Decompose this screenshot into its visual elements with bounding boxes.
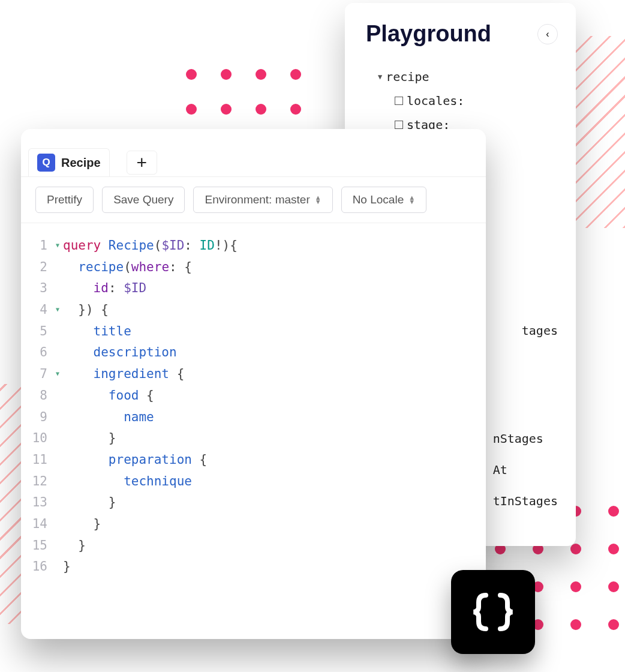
line-number: 4▼ (21, 299, 53, 321)
schema-tree: ▼ recipe locales: stage: (378, 65, 555, 137)
environment-selector[interactable]: Environment: master ▲▼ (193, 187, 332, 213)
code-line[interactable]: 15 } (21, 535, 486, 557)
button-label: Environment: master (205, 193, 310, 206)
code-line[interactable]: 5 title (21, 321, 486, 343)
code-content: preparation { (53, 449, 207, 471)
tree-arg-locales[interactable]: locales: (395, 89, 555, 113)
braces-icon (469, 588, 517, 636)
query-editor-panel: Q Recipe + Prettify Save Query Environme… (21, 129, 486, 639)
code-line[interactable]: 1▼query Recipe($ID: ID!){ (21, 235, 486, 257)
code-line[interactable]: 7▼ ingredient { (21, 364, 486, 385)
line-number: 6 (21, 342, 53, 364)
collapse-button[interactable]: ‹ (537, 24, 558, 44)
code-content: ingredient { (53, 364, 184, 385)
tree-arg-label: locales: (407, 89, 464, 113)
code-content: } (53, 556, 71, 578)
sort-arrows-icon: ▲▼ (408, 196, 415, 203)
line-number: 16 (21, 556, 53, 578)
line-number: 3 (21, 278, 53, 299)
code-line[interactable]: 14 } (21, 514, 486, 535)
line-number: 11 (21, 449, 53, 471)
fold-triangle-icon[interactable]: ▼ (56, 240, 59, 250)
code-line[interactable]: 11 preparation { (21, 449, 486, 471)
button-label: Save Query (113, 193, 173, 206)
line-number: 1▼ (21, 235, 53, 257)
code-line[interactable]: 6 description (21, 342, 486, 364)
chevron-left-icon: ‹ (546, 29, 549, 40)
editor-toolbar: Prettify Save Query Environment: master … (21, 176, 486, 223)
dots-decoration (186, 69, 301, 115)
fold-triangle-icon[interactable]: ▼ (56, 368, 59, 379)
plus-icon: + (137, 152, 148, 172)
partial-field-list: nStages At tInStages (493, 423, 558, 517)
code-content: food { (53, 385, 154, 407)
tab-label: Recipe (61, 156, 101, 170)
partial-field: tages (522, 315, 558, 346)
code-line[interactable]: 4▼ }) { (21, 299, 486, 321)
tree-node-recipe[interactable]: ▼ recipe (378, 65, 555, 89)
line-number: 7▼ (21, 364, 53, 385)
line-number: 2 (21, 257, 53, 278)
code-content: } (53, 428, 116, 449)
line-number: 5 (21, 321, 53, 343)
line-number: 14 (21, 514, 53, 535)
partial-field: nStages (493, 423, 558, 454)
code-line[interactable]: 10 } (21, 428, 486, 449)
line-number: 12 (21, 471, 53, 493)
partial-field: At (493, 454, 558, 485)
code-content: name (53, 407, 154, 428)
partial-field-list: tages (522, 315, 558, 346)
triangle-down-icon: ▼ (378, 70, 382, 84)
tab-bar: Q Recipe + (21, 129, 486, 176)
locale-selector[interactable]: No Locale ▲▼ (341, 187, 426, 213)
code-line[interactable]: 12 technique (21, 471, 486, 493)
code-line[interactable]: 3 id: $ID (21, 278, 486, 299)
code-line[interactable]: 9 name (21, 407, 486, 428)
fold-triangle-icon[interactable]: ▼ (56, 304, 59, 314)
prettify-button[interactable]: Prettify (35, 187, 94, 213)
code-content: recipe(where: { (53, 257, 192, 278)
code-line[interactable]: 16} (21, 556, 486, 578)
add-tab-button[interactable]: + (127, 151, 158, 175)
code-content: technique (53, 471, 192, 493)
checkbox-icon (395, 97, 403, 105)
tab-recipe[interactable]: Q Recipe (28, 148, 110, 176)
line-number: 10 (21, 428, 53, 449)
checkbox-icon (395, 121, 403, 129)
sort-arrows-icon: ▲▼ (315, 196, 321, 203)
line-number: 9 (21, 407, 53, 428)
code-line[interactable]: 8 food { (21, 385, 486, 407)
playground-title: Playground (366, 21, 555, 47)
query-type-badge: Q (37, 154, 55, 172)
graphql-badge (451, 570, 535, 654)
code-content: } (53, 535, 86, 557)
code-content: query Recipe($ID: ID!){ (53, 235, 238, 257)
tree-node-label: recipe (386, 65, 429, 89)
code-content: } (53, 492, 116, 514)
code-content: } (53, 514, 101, 535)
line-number: 15 (21, 535, 53, 557)
code-line[interactable]: 13 } (21, 492, 486, 514)
line-number: 8 (21, 385, 53, 407)
code-content: description (53, 342, 177, 364)
code-content: }) { (53, 299, 109, 321)
code-line[interactable]: 2 recipe(where: { (21, 257, 486, 278)
button-label: Prettify (47, 193, 82, 206)
code-content: id: $ID (53, 278, 146, 299)
line-number: 13 (21, 492, 53, 514)
code-content: title (53, 321, 131, 343)
partial-field: tInStages (493, 485, 558, 517)
save-query-button[interactable]: Save Query (102, 187, 185, 213)
code-editor[interactable]: 1▼query Recipe($ID: ID!){2 recipe(where:… (21, 223, 486, 639)
button-label: No Locale (353, 193, 404, 206)
